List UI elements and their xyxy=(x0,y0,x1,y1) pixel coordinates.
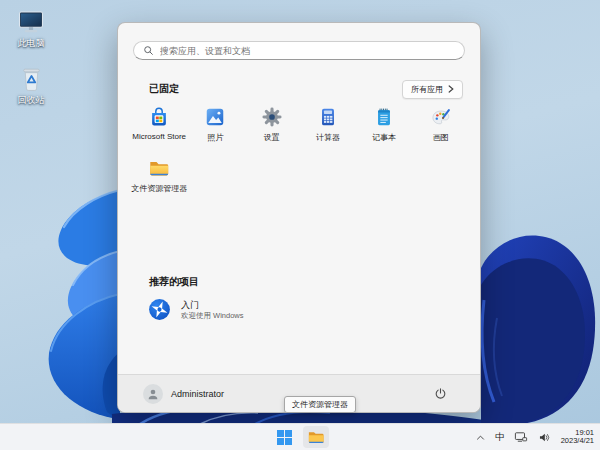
chevron-up-icon xyxy=(475,432,486,443)
tray-overflow-button[interactable] xyxy=(473,426,487,448)
desktop-icon-area: 此电脑 回收站 xyxy=(7,10,55,107)
recommended-item-title: 入门 xyxy=(181,300,244,311)
ime-indicator[interactable]: 中 xyxy=(495,431,505,444)
notepad-icon xyxy=(373,106,395,128)
windows-logo-icon xyxy=(277,430,292,445)
clock-date: 2023/4/21 xyxy=(561,437,594,446)
start-menu-panel: 已固定 所有应用 Microsoft Store xyxy=(117,22,481,413)
user-account-button[interactable]: Administrator xyxy=(143,384,224,404)
pinned-app-label: Microsoft Store xyxy=(132,132,186,141)
user-icon xyxy=(146,387,160,401)
pinned-app-label: 记事本 xyxy=(372,132,396,143)
paint-icon xyxy=(430,106,452,128)
pinned-app-notepad[interactable]: 记事本 xyxy=(356,106,412,148)
file-explorer-taskbar-button[interactable] xyxy=(303,426,329,448)
pinned-app-label: 设置 xyxy=(264,132,280,143)
pinned-app-label: 照片 xyxy=(207,132,223,143)
desktop-icon-label: 此电脑 xyxy=(18,37,45,50)
power-icon xyxy=(434,387,447,400)
all-apps-button[interactable]: 所有应用 xyxy=(402,80,463,99)
pinned-app-microsoft-store[interactable]: Microsoft Store xyxy=(131,106,187,148)
start-button[interactable] xyxy=(271,426,297,448)
power-button[interactable] xyxy=(429,383,451,405)
chevron-right-icon xyxy=(448,85,454,93)
settings-icon xyxy=(261,106,283,128)
desktop-icon-recycle-bin[interactable]: 回收站 xyxy=(7,65,55,107)
microsoft-store-icon xyxy=(148,106,170,128)
user-name: Administrator xyxy=(171,389,224,399)
calculator-icon xyxy=(317,106,339,128)
recommended-item-text: 入门 欢迎使用 Windows xyxy=(181,300,244,320)
get-started-icon xyxy=(147,297,172,322)
search-input[interactable] xyxy=(133,41,465,60)
pinned-app-label: 计算器 xyxy=(316,132,340,143)
taskbar: 中 19:01 2023/4/21 xyxy=(0,423,600,450)
pinned-app-photos[interactable]: 照片 xyxy=(187,106,243,148)
pinned-app-settings[interactable]: 设置 xyxy=(244,106,300,148)
recycle-bin-icon xyxy=(19,65,44,92)
network-icon xyxy=(514,430,528,444)
pinned-app-label: 文件资源管理器 xyxy=(131,183,187,194)
network-button[interactable] xyxy=(513,426,529,448)
recommended-header: 推荐的项目 xyxy=(149,275,199,289)
recommended-item-get-started[interactable]: 入门 欢迎使用 Windows xyxy=(144,294,247,325)
pinned-app-paint[interactable]: 画图 xyxy=(412,106,468,148)
pinned-app-label: 画图 xyxy=(433,132,449,143)
avatar xyxy=(143,384,163,404)
photos-icon xyxy=(204,106,226,128)
pinned-section-header-row: 已固定 所有应用 xyxy=(149,79,463,99)
recommended-item-subtitle: 欢迎使用 Windows xyxy=(181,311,244,320)
all-apps-label: 所有应用 xyxy=(411,84,443,95)
pinned-app-file-explorer[interactable]: 文件资源管理器 xyxy=(131,157,187,199)
this-pc-icon xyxy=(16,10,46,35)
desktop-icon-label: 回收站 xyxy=(18,94,45,107)
system-tray: 中 19:01 2023/4/21 xyxy=(473,424,594,450)
volume-button[interactable] xyxy=(537,426,553,448)
pinned-apps-grid: Microsoft Store 照片 xyxy=(131,106,469,199)
clock[interactable]: 19:01 2023/4/21 xyxy=(561,429,594,446)
file-explorer-icon xyxy=(148,157,170,179)
taskbar-tooltip: 文件资源管理器 xyxy=(284,396,356,413)
pinned-app-calculator[interactable]: 计算器 xyxy=(300,106,356,148)
file-explorer-icon xyxy=(307,428,325,446)
pinned-header: 已固定 xyxy=(149,82,179,96)
desktop-icon-this-pc[interactable]: 此电脑 xyxy=(7,10,55,50)
speaker-icon xyxy=(538,431,551,444)
